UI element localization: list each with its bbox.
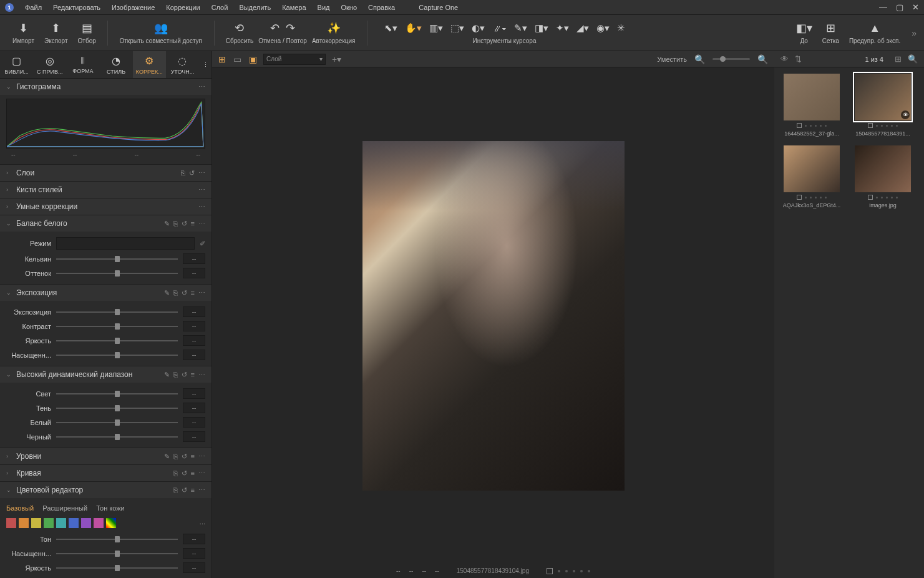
panel-menu-icon[interactable]: ⋯ <box>198 469 205 478</box>
copy-icon[interactable]: ⎘ <box>173 371 178 379</box>
swatch-orange[interactable] <box>19 518 29 528</box>
menu-select[interactable]: Выделить <box>239 4 271 11</box>
share-button[interactable]: 👥 Открыть совместный доступ <box>114 21 208 44</box>
eraser-tool-icon[interactable]: ◨▾ <box>533 21 550 35</box>
undo-icon[interactable]: ↶ <box>270 21 280 35</box>
wb-mode-select[interactable] <box>56 237 195 250</box>
before-after-button[interactable]: ◧▾ До <box>791 21 817 44</box>
tab-style[interactable]: ◔СТИЛЬ <box>100 51 133 78</box>
panel-menu-icon[interactable]: ⋯ <box>198 169 205 177</box>
view-proof-icon[interactable]: ▣ <box>248 53 258 66</box>
menu-help[interactable]: Справка <box>368 4 395 11</box>
thumbnail-image[interactable] <box>784 74 840 120</box>
thumbnail[interactable]: 👁 1504855778184391... <box>852 74 914 137</box>
color-tab-advanced[interactable]: Расширенный <box>42 504 87 512</box>
tint-slider[interactable] <box>56 273 178 274</box>
import-button[interactable]: ⬇ Импорт <box>7 21 39 44</box>
keystone-tool-icon[interactable]: ⫽▾ <box>491 22 508 35</box>
preset-icon[interactable]: ≡ <box>191 289 195 297</box>
hue-slider[interactable] <box>56 539 178 540</box>
add-layer-icon[interactable]: +▾ <box>331 53 343 66</box>
menu-layer[interactable]: Слой <box>212 4 228 11</box>
swatch-red[interactable] <box>6 518 16 528</box>
exposure-slider[interactable] <box>56 311 178 313</box>
reset-icon[interactable]: ↺ <box>182 453 187 461</box>
menu-file[interactable]: Файл <box>25 4 42 11</box>
thumb-checkbox[interactable] <box>797 195 802 200</box>
edit-icon[interactable]: ✎ <box>164 289 170 297</box>
thumbnail-image[interactable]: 👁 <box>855 74 911 120</box>
panel-menu-icon[interactable]: ⋯ <box>198 289 205 297</box>
window-maximize-icon[interactable]: ▢ <box>896 2 903 12</box>
panel-layers-header[interactable]: › Слои ⎘↺⋯ <box>0 165 212 181</box>
zoom-slider[interactable] <box>712 58 750 60</box>
panel-menu-icon[interactable]: ⋯ <box>198 203 205 211</box>
color-tab-basic[interactable]: Базовый <box>6 504 34 512</box>
tab-shape[interactable]: ⫴ФОРМА <box>66 51 99 78</box>
thumb-checkbox[interactable] <box>868 123 873 128</box>
window-close-icon[interactable]: ✕ <box>912 2 919 12</box>
star-tool-icon[interactable]: ✳ <box>616 21 626 35</box>
tab-more[interactable]: ⋮ <box>199 51 212 78</box>
kelvin-slider[interactable] <box>56 258 178 260</box>
reset-icon[interactable]: ↺ <box>182 289 187 297</box>
highlight-slider[interactable] <box>56 393 178 394</box>
fit-label[interactable]: Уместить <box>657 56 687 63</box>
eye-icon[interactable]: 👁 <box>781 54 789 64</box>
layer-dropdown[interactable]: Слой▾ <box>263 54 326 65</box>
reset-icon[interactable]: ↺ <box>182 220 187 228</box>
radial-tool-icon[interactable]: ◉▾ <box>595 21 611 35</box>
pointer-tool-icon[interactable]: ⬉▾ <box>383 21 399 35</box>
main-image-preview[interactable] <box>362 141 625 491</box>
contrast-slider[interactable] <box>56 326 178 327</box>
preset-icon[interactable]: ≡ <box>191 371 195 379</box>
filter-icon[interactable]: ⊞ <box>895 54 902 64</box>
crop-tool-icon[interactable]: ⬚▾ <box>449 21 465 35</box>
menu-view[interactable]: Вид <box>318 4 330 11</box>
reset-icon[interactable]: ↺ <box>182 486 187 494</box>
kelvin-value[interactable]: -- <box>183 253 205 264</box>
white-slider[interactable] <box>56 422 178 423</box>
swatch-options-icon[interactable]: ... <box>200 518 205 528</box>
sort-icon[interactable]: ⇅ <box>795 54 802 64</box>
swatch-blue[interactable] <box>69 518 79 528</box>
view-single-icon[interactable]: ▭ <box>232 53 243 66</box>
view-grid-icon[interactable]: ⊞ <box>217 53 227 66</box>
tab-adjust[interactable]: ⚙КОРРЕК... <box>133 51 166 78</box>
swatch-purple[interactable] <box>81 518 91 528</box>
shadow-slider[interactable] <box>56 408 178 409</box>
edit-icon[interactable]: ✎ <box>164 371 170 379</box>
thumbnail-image[interactable] <box>784 145 840 192</box>
tab-capture[interactable]: ◎С ПРИВ... <box>33 51 66 78</box>
menu-camera[interactable]: Камера <box>282 4 306 11</box>
rotate-tool-icon[interactable]: ◐▾ <box>470 21 486 35</box>
thumbnail-image[interactable] <box>855 145 911 192</box>
loupe-tool-icon[interactable]: ▥▾ <box>428 21 444 35</box>
panel-menu-icon[interactable]: ⋯ <box>198 371 205 379</box>
copy-icon[interactable]: ⎘ <box>173 469 178 478</box>
copy-icon[interactable]: ⎘ <box>173 220 178 228</box>
edit-icon[interactable]: ✎ <box>164 453 170 461</box>
panel-menu-icon[interactable]: ⋯ <box>198 486 205 494</box>
search-icon[interactable]: 🔍 <box>908 54 918 64</box>
swatch-cyan[interactable] <box>56 518 66 528</box>
panel-smart-adjust-header[interactable]: › Умные коррекции ⋯ <box>0 198 212 215</box>
panel-menu-icon[interactable]: ⋯ <box>198 453 205 461</box>
panel-style-brushes-header[interactable]: › Кисти стилей ⋯ <box>0 182 212 198</box>
window-minimize-icon[interactable]: — <box>879 2 887 12</box>
thumb-checkbox[interactable] <box>797 123 802 128</box>
preset-icon[interactable]: ≡ <box>191 220 195 228</box>
brightness-slider[interactable] <box>56 340 178 341</box>
image-checkbox[interactable] <box>547 568 553 574</box>
grid-button[interactable]: ⊞ Сетка <box>817 21 844 44</box>
swatch-all[interactable] <box>106 518 116 528</box>
hand-tool-icon[interactable]: ✋▾ <box>404 21 423 35</box>
thumb-checkbox[interactable] <box>868 195 873 200</box>
panel-white-balance-header[interactable]: ⌄ Баланс белого ✎⎘↺≡⋯ <box>0 215 212 232</box>
panel-exposure-header[interactable]: ⌄ Экспозиция ✎⎘↺≡⋯ <box>0 285 212 301</box>
reset-icon[interactable]: ↺ <box>182 469 187 478</box>
preset-icon[interactable]: ≡ <box>191 469 195 478</box>
ce-brightness-slider[interactable] <box>56 567 178 569</box>
brush-tool-icon[interactable]: ✎▾ <box>513 21 528 35</box>
panel-histogram-header[interactable]: ⌄ Гистограмма ⋯ <box>0 79 212 95</box>
